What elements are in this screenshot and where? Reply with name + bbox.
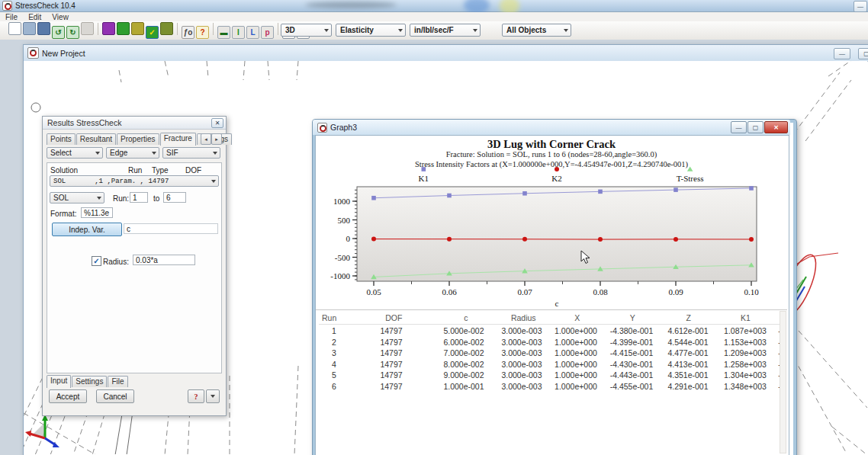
results-dialog-titlebar[interactable]: Results StressCheck ✕ <box>43 117 226 130</box>
os-minimize-button[interactable]: — <box>854 1 867 12</box>
export-model-icon[interactable]: ↻ <box>66 26 79 39</box>
table-row[interactable]: 6147971.000e-0013.000e-0031.000e+000-4.4… <box>319 381 784 393</box>
toolbar-icons: ↺↻✓ƒo?▬ILp▭▾◉▾ <box>8 22 310 40</box>
radius-field[interactable]: 0.03*a <box>133 255 195 265</box>
mesh-cube-icon[interactable] <box>117 22 130 35</box>
graph-titlebar[interactable]: Graph3 — ▢ ✕ <box>313 120 790 135</box>
screen: StressCheck 10.4 — File Edit View ↺↻✓ƒo?… <box>0 0 868 455</box>
menu-file[interactable]: File <box>0 13 23 21</box>
table-cell: 3.000e-003 <box>494 359 549 370</box>
entity-combo[interactable]: Edge <box>106 147 159 159</box>
table-header-row: RunDOFcRadiusXYZK1 <box>319 312 784 325</box>
chevron-down-icon <box>398 29 403 32</box>
tab-scroll-right-button[interactable]: ▸ <box>211 133 222 145</box>
indep-var-field[interactable]: c <box>124 223 218 234</box>
os-titlebar: StressCheck 10.4 — <box>0 0 868 12</box>
theory-combo[interactable]: Elasticity <box>336 24 406 37</box>
table-row[interactable]: 2147976.000e-0023.000e-0031.000e+000-4.3… <box>319 337 784 348</box>
solution-name-combo[interactable]: SOL <box>50 192 104 203</box>
tab-input[interactable]: Input <box>47 375 71 388</box>
accept-button[interactable]: Accept <box>49 389 87 403</box>
parameter-icon[interactable]: p <box>261 26 274 39</box>
table-row[interactable]: 3147977.000e-0023.000e-0031.000e+000-4.4… <box>319 348 784 359</box>
svg-text:c: c <box>555 299 559 308</box>
table-row[interactable]: 1147975.000e-0023.000e-0031.000e+000-4.3… <box>319 325 784 337</box>
workspace: New Project — ▢ <box>0 40 868 455</box>
units-combo[interactable]: in/lbl/sec/F <box>410 24 481 37</box>
graph-window: Graph3 — ▢ ✕ 3D Lug with Corner Crack Fr… <box>313 120 796 455</box>
format-field[interactable]: %11.3e <box>81 207 113 218</box>
project-maximize-button[interactable]: ▢ <box>858 48 868 59</box>
svg-text:0.09: 0.09 <box>668 287 683 296</box>
table-cell: 14797 <box>349 337 433 348</box>
table-cell: 5.000e-002 <box>433 325 494 337</box>
chevron-down-icon <box>211 180 216 183</box>
tab-properties[interactable]: Properties <box>117 133 159 145</box>
vertical-scrollbar[interactable] <box>780 311 786 453</box>
tab-points[interactable]: Points <box>47 133 76 145</box>
svg-text:K2: K2 <box>551 174 561 183</box>
run-header: Run <box>128 166 142 175</box>
svg-text:0.06: 0.06 <box>442 287 457 296</box>
dimension-combo[interactable]: 3D <box>281 24 332 37</box>
function-icon[interactable]: ƒo <box>182 26 194 39</box>
run-label: Run: <box>113 194 129 203</box>
column-header: X <box>551 312 604 324</box>
beam-section-icon[interactable]: I <box>232 26 245 39</box>
results-bottom-tabs: Input Settings File <box>47 374 129 387</box>
indep-var-button[interactable]: Indep. Var. <box>52 223 122 236</box>
tab-settings-bottom[interactable]: Settings <box>72 376 107 387</box>
select-mode-combo[interactable]: Select <box>47 147 103 159</box>
svg-text:-1000: -1000 <box>330 271 350 280</box>
tab-file[interactable]: File <box>108 376 127 387</box>
objects-combo[interactable]: All Objects <box>502 24 571 37</box>
graph-close-button[interactable]: ✕ <box>764 121 788 133</box>
table-row[interactable]: 4147978.000e-0023.000e-0031.000e+000-4.4… <box>319 359 784 370</box>
function-combo[interactable]: SIF <box>162 147 220 159</box>
project-minimize-button[interactable]: — <box>834 48 850 59</box>
run-from-field[interactable]: 1 <box>130 192 148 203</box>
table-cell: 3.000e-003 <box>494 348 549 359</box>
tab-fracture[interactable]: Fracture <box>160 133 196 146</box>
chevron-down-icon <box>564 29 568 32</box>
table-cell: 1.087e+003 <box>715 325 775 337</box>
help-icon[interactable]: ? <box>196 26 209 39</box>
solution-header: Solution <box>50 166 78 175</box>
table-cell: 4.477e-001 <box>661 348 715 359</box>
graph-restore-button[interactable]: ▢ <box>747 121 764 133</box>
import-model-icon[interactable]: ↺ <box>52 26 65 39</box>
table-cell: 1.000e+000 <box>549 370 603 381</box>
table-cell: 14797 <box>349 381 433 393</box>
tab-resultant[interactable]: Resultant <box>76 133 116 145</box>
column-header: Radius <box>496 312 551 324</box>
orientation-triad <box>24 412 77 454</box>
more-options-button[interactable] <box>206 389 220 403</box>
cancel-button[interactable]: Cancel <box>96 389 134 403</box>
chart-plot: 10005000-500-10000.050.060.070.080.090.1… <box>316 163 787 309</box>
print-icon[interactable] <box>81 22 94 35</box>
menu-edit[interactable]: Edit <box>23 13 47 21</box>
column-header: K1 <box>716 312 775 324</box>
orientation-combo-icon[interactable]: L <box>246 26 259 39</box>
geometry-cube-icon[interactable] <box>102 22 115 35</box>
table-row[interactable]: 5147979.000e-0023.000e-0031.000e+000-4.4… <box>319 370 784 381</box>
radius-checkbox[interactable]: ✓ <box>92 256 101 266</box>
run-to-field[interactable]: 6 <box>163 192 186 203</box>
graph-minimize-button[interactable]: — <box>731 121 747 133</box>
table-cell: -4.443e-001 <box>603 370 661 381</box>
help-button[interactable]: ? <box>188 389 204 403</box>
material-combo-icon[interactable]: ▬ <box>217 26 230 39</box>
project-titlebar[interactable]: New Project — ▢ <box>24 45 868 62</box>
results-close-button[interactable]: ✕ <box>211 118 223 128</box>
tab-scroll-left-button[interactable]: ◂ <box>201 133 211 145</box>
toolbar-separator <box>98 23 98 35</box>
menu-view[interactable]: View <box>47 13 74 21</box>
chevron-down-icon <box>95 152 100 155</box>
save-icon[interactable] <box>37 22 50 35</box>
edit-mode-icon[interactable]: ✓ <box>146 26 159 39</box>
open-folder-icon[interactable] <box>23 22 36 35</box>
loads-icon[interactable] <box>160 22 173 35</box>
solution-record-combo[interactable]: SOL ,1 ,Param. , 14797 <box>50 175 219 187</box>
new-file-icon[interactable] <box>8 22 21 35</box>
attributes-cube-icon[interactable] <box>131 22 144 35</box>
